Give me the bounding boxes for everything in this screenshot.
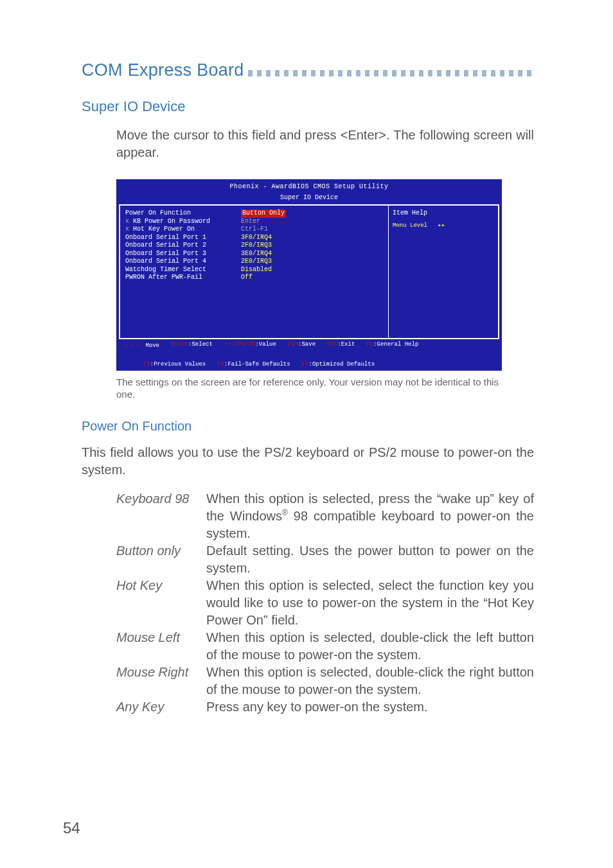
bios-row: Onboard Serial Port 3 3E8/IRQ4: [125, 250, 383, 258]
bios-row: Onboard Serial Port 4 2E8/IRQ3: [125, 258, 383, 266]
option-desc: When this option is selected, double-cli…: [206, 664, 534, 698]
option-term: Any Key: [116, 698, 206, 716]
option-row: Hot Key When this option is selected, se…: [116, 577, 534, 629]
option-term: Keyboard 98: [116, 490, 206, 542]
bios-caption: The settings on the screen are for refer…: [116, 376, 502, 401]
body-paragraph: This field allows you to use the PS/2 ke…: [82, 444, 534, 479]
option-desc: When this option is selected, select the…: [206, 577, 534, 629]
option-row: Mouse Left When this option is selected,…: [116, 629, 534, 664]
option-desc: When this option is selected, double-cli…: [206, 629, 534, 664]
bios-value-highlight: Button Only: [241, 209, 286, 218]
section-heading-super-io: Super IO Device: [82, 98, 534, 115]
bios-subtitle: Super IO Device: [119, 194, 499, 205]
bios-footer: ↑↓→← Move Enter:Select +/-/PU/PD:Value F…: [119, 339, 499, 369]
arrows-icon: ↑↓→←: [123, 341, 142, 348]
bios-row: Onboard Serial Port 2 2F8/IRQ3: [125, 242, 383, 250]
option-row: Mouse Right When this option is selected…: [116, 664, 534, 698]
header-dots: [248, 70, 534, 76]
bios-row: x KB Power On Password Enter: [125, 218, 383, 226]
option-desc: When this option is selected, press the …: [206, 490, 534, 542]
bios-box: Power On Function Button Only x KB Power…: [119, 204, 499, 339]
menu-level-icon: ▸▸: [431, 222, 445, 229]
bios-right-panel: Item Help Menu Level ▸▸: [389, 206, 498, 338]
bios-row: Onboard Serial Port 1 3F8/IRQ4: [125, 234, 383, 242]
option-term: Mouse Left: [116, 629, 206, 664]
bios-row: PWRON After PWR-Fail Off: [125, 274, 383, 282]
options-list: Keyboard 98 When this option is selected…: [116, 490, 534, 716]
bios-help-title: Item Help: [393, 209, 494, 218]
option-term: Button only: [116, 542, 206, 577]
section-heading-power-on: Power On Function: [82, 419, 534, 434]
option-desc: Default setting. Uses the power button t…: [206, 542, 534, 577]
option-desc: Press any key to power-on the system.: [206, 698, 534, 716]
intro-paragraph: Move the cursor to this field and press …: [116, 127, 534, 161]
option-row: Button only Default setting. Uses the po…: [116, 542, 534, 577]
header-title: COM Express Board: [82, 60, 244, 80]
bios-title: Phoenix - AwardBIOS CMOS Setup Utility: [119, 182, 499, 194]
bios-row: Watchdog Timer Select Disabled: [125, 266, 383, 274]
bios-row: Power On Function Button Only: [125, 209, 383, 218]
page-header: COM Express Board: [82, 60, 534, 80]
option-row: Keyboard 98 When this option is selected…: [116, 490, 534, 542]
option-row: Any Key Press any key to power-on the sy…: [116, 698, 534, 716]
option-term: Mouse Right: [116, 664, 206, 698]
bios-menu-level: Menu Level ▸▸: [393, 222, 494, 230]
bios-left-panel: Power On Function Button Only x KB Power…: [120, 206, 389, 338]
option-term: Hot Key: [116, 577, 206, 629]
bios-row: x Hot Key Power On Ctrl-F1: [125, 226, 383, 234]
bios-screenshot: Phoenix - AwardBIOS CMOS Setup Utility S…: [116, 179, 502, 371]
page-number: 54: [63, 819, 80, 837]
